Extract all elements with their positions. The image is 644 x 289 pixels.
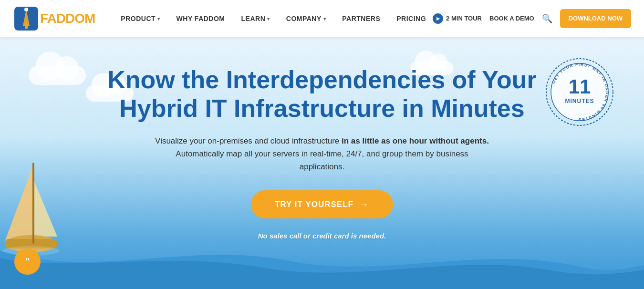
- book-demo-button[interactable]: BOOK A DEMO: [489, 15, 534, 22]
- nav-item-company[interactable]: COMPANY ▾: [280, 11, 333, 26]
- svg-rect-8: [32, 163, 34, 244]
- quote-badge: ": [14, 248, 41, 275]
- nav-right: ▶ 2 MIN TOUR BOOK A DEMO 🔍 DOWNLOAD NOW: [433, 9, 631, 29]
- logo[interactable]: FADDOM: [14, 7, 95, 31]
- nav-item-learn[interactable]: LEARN ▾: [235, 11, 277, 26]
- product-chevron-icon: ▾: [157, 16, 160, 21]
- svg-marker-5: [33, 179, 57, 237]
- no-credit-note: No sales call or credit card is needed.: [258, 232, 386, 240]
- nav-links: PRODUCT ▾ WHY FADDOM LEARN ▾ COMPANY ▾ P…: [114, 11, 433, 26]
- svg-point-3: [24, 8, 28, 11]
- wave-decoration: [0, 241, 644, 289]
- hero-title: Know the Interdependencies of Your Hybri…: [107, 66, 537, 123]
- svg-text:11: 11: [569, 75, 591, 98]
- hero-subtitle: Visualize your on-premises and cloud inf…: [155, 134, 489, 174]
- learn-chevron-icon: ▾: [267, 16, 270, 21]
- tour-button[interactable]: ▶ 2 MIN TOUR: [433, 13, 482, 24]
- play-icon: ▶: [433, 13, 443, 24]
- navbar: FADDOM PRODUCT ▾ WHY FADDOM LEARN ▾ COMP…: [0, 0, 644, 37]
- svg-marker-4: [5, 165, 33, 241]
- minutes-badge: 11 MINUTES GET YOUR FIRST MAP IN UNDER 6…: [544, 56, 615, 128]
- company-chevron-icon: ▾: [323, 16, 326, 21]
- try-it-yourself-button[interactable]: TRY IT YOURSELF →: [251, 190, 393, 218]
- hero-section: " 11 MINUTES GET YOUR FIRST MAP IN UNDER…: [0, 37, 644, 289]
- nav-item-pricing[interactable]: PRICING: [390, 11, 433, 26]
- nav-item-product[interactable]: PRODUCT ▾: [114, 11, 166, 26]
- logo-text: FADDOM: [40, 11, 95, 26]
- nav-item-partners[interactable]: PARTNERS: [335, 11, 387, 26]
- svg-text:MINUTES: MINUTES: [565, 98, 594, 104]
- cloud-decoration-1: [29, 66, 86, 85]
- download-now-button[interactable]: DOWNLOAD NOW: [560, 9, 631, 29]
- search-icon[interactable]: 🔍: [542, 13, 552, 24]
- nav-item-why-faddom[interactable]: WHY FADDOM: [170, 11, 232, 26]
- svg-rect-2: [25, 24, 28, 29]
- hero-content: Know the Interdependencies of Your Hybri…: [107, 66, 537, 228]
